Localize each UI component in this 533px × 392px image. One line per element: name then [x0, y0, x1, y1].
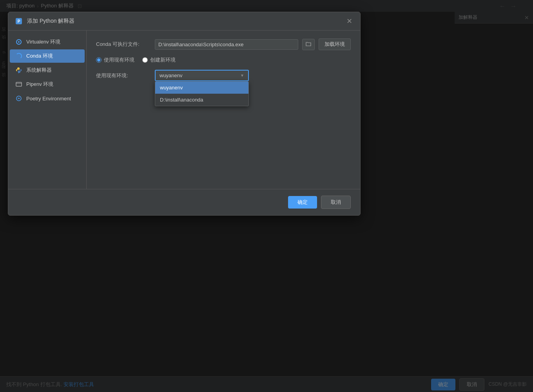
radio-create-new[interactable]: 创建新环境: [142, 56, 176, 64]
dropdown-item-wuyanenv[interactable]: wuyanenv: [155, 82, 248, 94]
conda-exe-row: Conda 可执行文件: 加载环境: [96, 38, 351, 50]
nav-label-pipenv: Pipenv 环境: [26, 81, 53, 88]
poetry-icon: [15, 95, 22, 102]
pipenv-icon: [15, 81, 22, 88]
env-dropdown-wrapper: wuyanenv ▼ wuyanenv D:\install\anaconda: [155, 70, 249, 81]
virtualenv-icon: [15, 38, 22, 45]
load-env-button[interactable]: 加载环境: [319, 38, 351, 50]
dropdown-item-label-0: wuyanenv: [160, 85, 183, 91]
dialog-close-button[interactable]: ✕: [344, 16, 355, 26]
dialog-content: Conda 可执行文件: 加载环境 使用现有环境: [87, 31, 360, 189]
nav-label-poetry: Poetry Environment: [26, 96, 71, 102]
dropdown-arrow-icon: ▼: [240, 73, 244, 78]
dropdown-item-label-1: D:\install\anaconda: [160, 97, 203, 103]
use-env-label: 使用现有环境:: [96, 70, 151, 79]
dialog-ok-button[interactable]: 确定: [288, 196, 317, 209]
nav-item-poetry[interactable]: Poetry Environment: [10, 92, 85, 105]
dialog-nav: Virtualenv 环境 Conda 环境 系统解释器: [8, 31, 87, 189]
env-dropdown-trigger[interactable]: wuyanenv ▼: [155, 70, 249, 81]
conda-exe-input[interactable]: [155, 39, 298, 50]
svg-text:P: P: [18, 19, 20, 24]
nav-label-virtualenv: Virtualenv 环境: [26, 38, 60, 45]
conda-spin-icon: [16, 53, 22, 59]
nav-item-conda[interactable]: Conda 环境: [10, 49, 85, 63]
nav-label-conda: Conda 环境: [26, 53, 53, 60]
dialog-body: Virtualenv 环境 Conda 环境 系统解释器: [8, 31, 360, 189]
nav-item-pipenv[interactable]: Pipenv 环境: [10, 78, 85, 91]
svg-point-3: [18, 41, 20, 43]
radio-create-new-input[interactable]: [142, 57, 148, 63]
env-dropdown-list: wuyanenv D:\install\anaconda: [155, 81, 249, 106]
add-interpreter-dialog: P 添加 Python 解释器 ✕ Virtualenv 环境: [8, 12, 361, 216]
radio-row: 使用现有环境 创建新环境: [96, 56, 351, 64]
radio-use-existing-label: 使用现有环境: [104, 56, 134, 64]
dialog-titlebar: P 添加 Python 解释器 ✕: [8, 12, 360, 31]
dropdown-item-anaconda[interactable]: D:\install\anaconda: [155, 94, 248, 106]
svg-rect-4: [16, 82, 22, 86]
conda-icon: [15, 53, 22, 60]
nav-item-system[interactable]: 系统解释器: [10, 64, 85, 77]
dialog-title-text: 添加 Python 解释器: [27, 18, 74, 25]
folder-browse-button[interactable]: [302, 39, 315, 50]
radio-create-new-label: 创建新环境: [150, 56, 176, 64]
python-icon: [15, 67, 22, 74]
dropdown-selected-value: wuyanenv: [160, 73, 183, 78]
conda-exe-label: Conda 可执行文件:: [96, 41, 151, 48]
nav-label-system: 系统解释器: [26, 67, 52, 74]
nav-item-virtualenv[interactable]: Virtualenv 环境: [10, 35, 85, 49]
radio-use-existing[interactable]: 使用现有环境: [96, 56, 134, 64]
dialog-footer: 确定 取消: [8, 189, 360, 215]
radio-use-existing-input[interactable]: [96, 57, 102, 63]
dialog-title-icon: P: [15, 17, 23, 25]
dialog-cancel-button[interactable]: 取消: [321, 196, 351, 209]
modal-overlay: P 添加 Python 解释器 ✕ Virtualenv 环境: [0, 0, 533, 392]
use-env-row: 使用现有环境: wuyanenv ▼ wuyanenv D:\install\a…: [96, 70, 351, 81]
